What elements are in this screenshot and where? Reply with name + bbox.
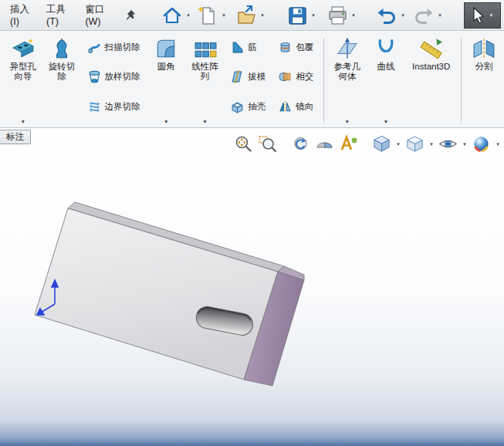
curves-label: 曲线 [370, 62, 402, 72]
lofted-cut-button[interactable]: 放样切除 [84, 69, 144, 86]
cut-features-stack: 扫描切除 放样切除 边界切除 [83, 33, 146, 127]
mirror-button[interactable]: 镜向 [275, 98, 317, 115]
fillet-button[interactable]: 圆角 ▼ [148, 33, 184, 127]
chevron-down-icon[interactable]: ▾ [184, 12, 192, 19]
rib-button[interactable]: 筋 [227, 39, 269, 56]
revolved-cut-label: 旋转切除 [46, 62, 78, 82]
fillet-icon [154, 37, 178, 60]
chevron-down-icon[interactable]: ▾ [436, 12, 444, 19]
redo-button[interactable] [411, 3, 436, 28]
ribbon-divider [461, 38, 462, 123]
intersect-button[interactable]: 相交 [275, 69, 317, 86]
reference-geometry-button[interactable]: 参考几何体 ▼ [329, 33, 365, 127]
instant3d-label: Instant3D [408, 62, 455, 72]
save-icon [286, 5, 308, 26]
shell-button[interactable]: 抽壳 [227, 98, 269, 115]
split-button[interactable]: 分割 [466, 33, 502, 127]
undo-icon [376, 5, 397, 26]
draft-label: 拔模 [248, 71, 266, 83]
intersect-icon [279, 70, 292, 83]
wrap-button[interactable]: 包覆 [275, 39, 317, 56]
command-manager-ribbon: 异型孔向导 ▼ 旋转切除 扫描切除 [0, 31, 504, 128]
hole-wizard-icon [12, 37, 35, 60]
rib-draft-shell-stack: 筋 拔模 抽壳 [225, 33, 271, 127]
lofted-cut-label: 放样切除 [105, 71, 140, 83]
rib-icon [231, 41, 244, 54]
chevron-down-icon[interactable]: ▼ [345, 119, 350, 127]
home-icon [161, 5, 183, 26]
pin-menu-button[interactable] [124, 8, 137, 23]
hole-wizard-label: 异型孔向导 [7, 62, 39, 82]
lofted-cut-icon [88, 70, 101, 83]
chevron-down-icon[interactable]: ▼ [384, 119, 388, 127]
wrap-icon [279, 41, 292, 54]
print-icon [326, 5, 348, 26]
select-cursor-icon [469, 6, 485, 25]
boundary-cut-label: 边界切除 [105, 101, 140, 113]
chevron-down-icon[interactable]: ▾ [220, 12, 228, 19]
fillet-label: 圆角 [150, 62, 182, 72]
split-label: 分割 [468, 62, 500, 72]
revolved-cut-button[interactable]: 旋转切除 [43, 33, 79, 127]
swept-cut-icon [88, 41, 101, 54]
linear-pattern-icon [194, 37, 217, 60]
open-icon [235, 5, 257, 26]
curves-button[interactable]: 曲线 ▼ [367, 33, 404, 127]
menu-bar: 插入(I) 工具(T) 窗口(W) ▾ [0, 0, 504, 31]
draft-icon [231, 70, 244, 83]
split-icon [472, 37, 496, 60]
pin-icon [124, 9, 137, 22]
undo-button[interactable] [374, 3, 399, 28]
linear-pattern-label: 线性阵列 [189, 62, 222, 82]
print-button[interactable] [325, 3, 350, 28]
wrap-label: 包覆 [296, 42, 313, 53]
rib-label: 筋 [248, 42, 257, 53]
chevron-down-icon[interactable]: ▾ [399, 12, 407, 19]
chevron-down-icon[interactable]: ▼ [164, 119, 168, 127]
curves-icon [374, 37, 397, 60]
new-document-button[interactable] [195, 3, 220, 28]
instant3d-icon [420, 37, 443, 60]
save-button[interactable] [285, 3, 310, 28]
open-button[interactable] [234, 3, 259, 28]
reference-geometry-icon [336, 37, 359, 60]
graphics-area[interactable]: 标注 [0, 128, 504, 446]
chevron-down-icon[interactable]: ▾ [259, 12, 266, 19]
menu-insert[interactable]: 插入(I) [3, 0, 39, 31]
chevron-down-icon[interactable]: ▾ [310, 12, 317, 19]
chevron-down-icon[interactable]: ▾ [487, 12, 495, 19]
boundary-cut-button[interactable]: 边界切除 [84, 98, 144, 115]
revolved-cut-icon [50, 37, 73, 60]
draft-button[interactable]: 拔模 [227, 69, 269, 86]
shell-icon [231, 100, 244, 113]
linear-pattern-button[interactable]: 线性阵列 ▼ [187, 33, 223, 127]
part-body[interactable] [35, 202, 304, 386]
shell-label: 抽壳 [248, 101, 266, 113]
hole-wizard-button[interactable]: 异型孔向导 ▼ [5, 33, 41, 127]
quick-access-toolbar: ▾ ▾ ▾ [149, 2, 501, 29]
solidworks-window: 插入(I) 工具(T) 窗口(W) ▾ [0, 0, 504, 446]
home-button[interactable] [160, 3, 184, 28]
part-model[interactable] [0, 128, 504, 446]
select-tool-button[interactable]: ▾ [464, 2, 501, 29]
chevron-down-icon[interactable]: ▼ [202, 119, 207, 127]
chevron-down-icon[interactable]: ▼ [20, 119, 25, 127]
mirror-icon [279, 100, 292, 113]
redo-icon [413, 5, 435, 26]
wrap-intersect-mirror-stack: 包覆 相交 镜向 [273, 33, 319, 127]
ribbon-divider [323, 38, 324, 123]
new-document-icon [197, 5, 218, 26]
reference-geometry-label: 参考几何体 [331, 62, 364, 82]
instant3d-button[interactable]: Instant3D [407, 33, 456, 127]
swept-cut-label: 扫描切除 [105, 42, 140, 53]
intersect-label: 相交 [296, 71, 313, 83]
boundary-cut-icon [88, 100, 101, 113]
menu-window[interactable]: 窗口(W) [78, 0, 120, 31]
swept-cut-button[interactable]: 扫描切除 [84, 39, 144, 56]
mirror-label: 镜向 [296, 101, 313, 113]
menu-tools[interactable]: 工具(T) [39, 0, 78, 31]
chevron-down-icon[interactable]: ▾ [350, 12, 357, 19]
